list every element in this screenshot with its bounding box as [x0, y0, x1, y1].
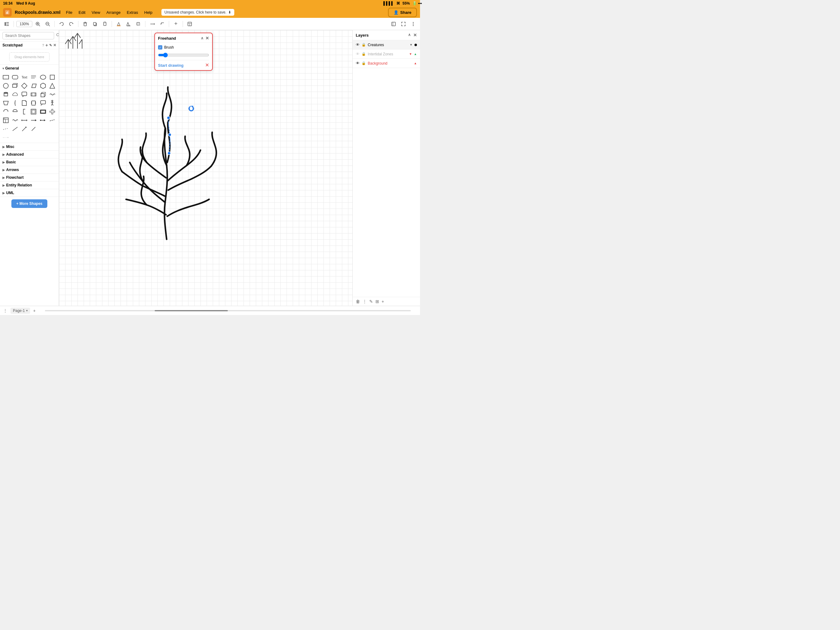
shapes-section-advanced-header[interactable]: ▶ Advanced	[0, 151, 59, 158]
add-layer-button[interactable]: +	[382, 299, 384, 304]
zoom-in-button[interactable]	[33, 20, 42, 28]
layer-item-creatures[interactable]: 👁 🔒 Creatures ▼	[353, 40, 420, 49]
shadow-button[interactable]	[134, 20, 143, 28]
route-button[interactable]	[158, 20, 166, 28]
add-page-button[interactable]: +	[33, 308, 36, 313]
layer-lock-icon[interactable]: 🔒	[362, 43, 366, 47]
page-tab[interactable]: Page-1 ▾	[11, 308, 30, 314]
menu-extras[interactable]: Extras	[124, 9, 141, 16]
shape-stick-figure[interactable]	[48, 99, 56, 107]
pages-options-icon[interactable]: ⋮	[3, 308, 7, 313]
fill-color-button[interactable]	[114, 20, 123, 28]
shape-rectangle[interactable]	[2, 73, 10, 81]
more-options-button[interactable]	[409, 20, 418, 28]
layer-lock-icon-2[interactable]: 🔒	[362, 52, 366, 56]
duplicate-layer-button[interactable]: ⊞	[376, 299, 379, 304]
shape-cloud[interactable]	[11, 90, 19, 98]
scratchpad-help-icon[interactable]: ?	[42, 43, 44, 47]
scratchpad-close-icon[interactable]: ✕	[53, 43, 56, 47]
brush-size-slider[interactable]	[158, 52, 209, 57]
undo-button[interactable]	[57, 20, 66, 28]
shape-connector-arrow[interactable]	[39, 116, 47, 124]
menu-help[interactable]: Help	[142, 9, 155, 16]
layer-item-background[interactable]: 👁 🔒 Background ▲	[353, 59, 420, 68]
shape-callout[interactable]	[39, 99, 47, 107]
share-button[interactable]: 👤 Share	[388, 8, 417, 17]
layer-more-options-button[interactable]: ⋮	[363, 299, 367, 304]
layer-down-arrow-gray-icon[interactable]: ▼	[409, 52, 412, 56]
layers-close-icon[interactable]: ✕	[413, 33, 417, 38]
shape-dashed-line-1[interactable]	[48, 116, 56, 124]
add-button[interactable]: +	[172, 20, 180, 28]
delete-layer-button[interactable]: 🗑	[356, 299, 360, 304]
sidebar-toggle-button[interactable]	[2, 20, 11, 28]
edit-layer-button[interactable]: ✎	[369, 299, 373, 304]
shapes-section-basic-header[interactable]: ▶ Basic	[0, 158, 59, 166]
shapes-section-flowchart-header[interactable]: ▶ Flowchart	[0, 174, 59, 181]
shape-process[interactable]	[30, 90, 38, 98]
shape-curly-brace[interactable]	[11, 99, 19, 107]
shape-cylinder[interactable]	[2, 90, 10, 98]
scratchpad-edit-icon[interactable]: ✎	[49, 43, 52, 47]
shapes-section-misc-header[interactable]: ▶ Misc	[0, 143, 59, 150]
menu-file[interactable]: File	[64, 9, 75, 16]
shape-rect-3d[interactable]	[11, 82, 19, 90]
shape-arc[interactable]	[2, 108, 10, 116]
shape-half-circle[interactable]	[11, 108, 19, 116]
freehand-collapse-icon[interactable]: ∧	[201, 36, 204, 40]
shape-multiline-text[interactable]	[30, 73, 38, 81]
paste-button[interactable]	[101, 20, 109, 28]
layer-visible-bg-icon[interactable]: 👁	[356, 61, 360, 65]
brush-checkbox[interactable]: ✓	[158, 45, 163, 49]
shape-circle[interactable]	[2, 82, 10, 90]
menu-arrange[interactable]: Arrange	[104, 9, 123, 16]
fit-page-button[interactable]	[389, 20, 398, 28]
shape-short-line[interactable]	[30, 125, 38, 133]
shape-triangle[interactable]	[48, 82, 56, 90]
zoom-out-button[interactable]	[43, 20, 52, 28]
shape-line-diagonal[interactable]	[11, 125, 19, 133]
shape-film[interactable]	[30, 99, 38, 107]
shape-ellipse[interactable]	[39, 73, 47, 81]
shape-cross[interactable]	[48, 108, 56, 116]
shapes-section-er-header[interactable]: ▶ Entity Relation	[0, 182, 59, 189]
shape-straight-connector[interactable]	[2, 133, 10, 141]
shape-dashed-line-2[interactable]	[2, 125, 10, 133]
copy-button[interactable]	[91, 20, 99, 28]
shape-bracket[interactable]	[20, 108, 28, 116]
canvas-area[interactable]: Freehand ∧ ✕ ✓ Brush Start drawing ✕	[59, 30, 352, 306]
layers-collapse-icon[interactable]: ∧	[408, 33, 411, 38]
unsaved-banner[interactable]: Unsaved changes. Click here to save. ⬇	[161, 9, 235, 16]
shape-box-3d[interactable]	[39, 90, 47, 98]
shape-diamond[interactable]	[20, 82, 28, 90]
close-freehand-button[interactable]: ✕	[205, 63, 209, 68]
start-drawing-button[interactable]: Start drawing	[158, 63, 183, 68]
shapes-section-general-header[interactable]: ▾ General	[0, 65, 59, 72]
shape-squiggly-line[interactable]	[11, 116, 19, 124]
layer-lock-bg-icon[interactable]: 🔒	[362, 61, 366, 65]
shape-parallelogram[interactable]	[30, 82, 38, 90]
layer-hidden-icon[interactable]: 👁	[356, 52, 360, 56]
bottom-scrollbar[interactable]	[45, 310, 411, 311]
shapes-section-uml-header[interactable]: ▶ UML	[0, 189, 59, 196]
layer-item-intertidal[interactable]: 👁 🔒 Intertidal Zones ▼ ▲	[353, 49, 420, 59]
connector-button[interactable]	[148, 20, 156, 28]
shape-trapezoid[interactable]	[2, 99, 10, 107]
freehand-close-icon[interactable]: ✕	[205, 36, 209, 41]
redo-button[interactable]	[67, 20, 76, 28]
layer-visible-icon[interactable]: 👁	[356, 43, 360, 47]
shape-table-grid[interactable]: List	[2, 116, 10, 124]
shape-line-arrow-diag[interactable]	[20, 125, 28, 133]
shape-arrow-right[interactable]	[30, 116, 38, 124]
shapes-section-arrows-header[interactable]: ▶ Arrows	[0, 166, 59, 174]
fullscreen-button[interactable]	[399, 20, 408, 28]
shape-wave[interactable]	[48, 90, 56, 98]
menu-edit[interactable]: Edit	[76, 9, 88, 16]
scratchpad-add-icon[interactable]: +	[46, 43, 48, 47]
shape-speech-bubble[interactable]	[20, 90, 28, 98]
search-shapes-input[interactable]	[2, 32, 54, 40]
layer-down-arrow-icon[interactable]: ▼	[409, 43, 413, 46]
shape-rounded-rect[interactable]	[11, 73, 19, 81]
line-color-button[interactable]	[124, 20, 133, 28]
layer-up-arrow-icon[interactable]: ▲	[414, 52, 417, 56]
